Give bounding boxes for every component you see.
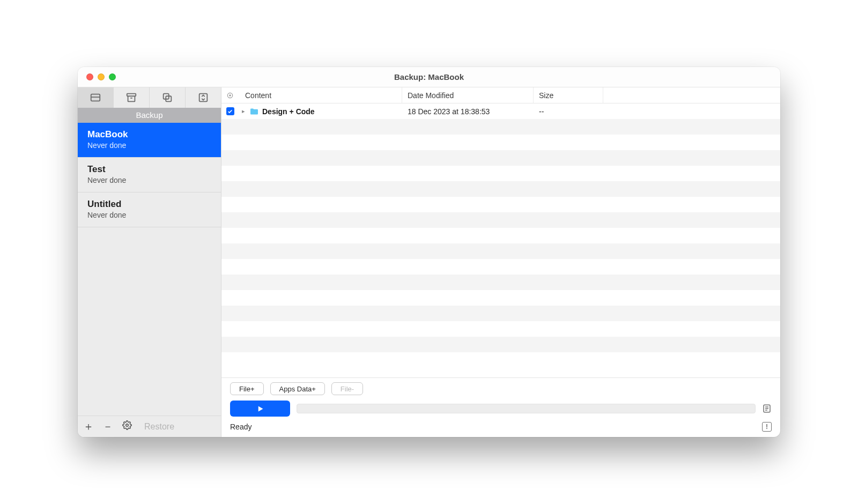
mode-tab-archive[interactable] <box>114 87 150 108</box>
window-title: Backup: MacBook <box>78 72 780 81</box>
backup-icon <box>90 92 101 103</box>
file-add-button[interactable]: File+ <box>230 382 264 395</box>
warnings-button[interactable]: ! <box>762 422 772 432</box>
close-window-button[interactable] <box>86 73 93 80</box>
header-size[interactable]: Size <box>534 87 603 103</box>
task-name: Test <box>87 164 211 175</box>
archive-icon <box>125 92 137 103</box>
file-table-body: ▸ Design + Code 18 Dec 2023 at 18:38:53 … <box>221 103 780 377</box>
row-modified: 18 Dec 2023 at 18:38:53 <box>402 107 534 116</box>
task-status: Never done <box>87 176 211 184</box>
task-name: MacBook <box>87 129 211 140</box>
task-name: Untitled <box>87 199 211 210</box>
run-button[interactable] <box>230 401 290 417</box>
sidebar-footer: ＋ － Restore <box>78 416 221 437</box>
disclosure-triangle[interactable]: ▸ <box>241 108 246 115</box>
task-status: Never done <box>87 141 211 150</box>
mode-tab-backup[interactable] <box>78 87 114 108</box>
main-panel: Content Date Modified Size ▸ <box>221 87 780 437</box>
minimize-window-button[interactable] <box>98 73 105 80</box>
log-icon[interactable] <box>762 404 772 413</box>
gear-icon <box>122 420 132 430</box>
file-table-header: Content Date Modified Size <box>221 87 780 103</box>
task-item-test[interactable]: Test Never done <box>78 158 221 192</box>
row-size: -- <box>534 107 603 116</box>
add-task-button[interactable]: ＋ <box>83 419 94 434</box>
status-text: Ready <box>230 423 252 431</box>
svg-point-7 <box>230 94 231 95</box>
row-checkbox[interactable] <box>226 107 234 115</box>
progress-bar <box>297 404 756 413</box>
clone-icon <box>161 92 173 103</box>
folder-icon <box>249 108 259 115</box>
remove-task-button[interactable]: － <box>102 419 113 434</box>
restore-button[interactable]: Restore <box>144 422 174 432</box>
zoom-window-button[interactable] <box>109 73 116 80</box>
action-bar: File+ Apps Data+ File- Re <box>221 377 780 437</box>
check-icon <box>227 109 233 114</box>
svg-rect-1 <box>127 94 136 97</box>
header-modified[interactable]: Date Modified <box>402 87 534 103</box>
settings-button[interactable] <box>122 420 132 433</box>
mode-tabs <box>78 87 221 108</box>
task-list: MacBook Never done Test Never done Untit… <box>78 123 221 416</box>
header-target-column[interactable] <box>221 92 239 99</box>
svg-point-5 <box>126 424 129 427</box>
task-item-untitled[interactable]: Untitled Never done <box>78 192 221 227</box>
header-content[interactable]: Content <box>239 87 402 103</box>
target-icon <box>226 92 234 99</box>
play-icon <box>256 405 264 413</box>
mode-tab-clone[interactable] <box>150 87 186 108</box>
file-remove-button: File- <box>331 382 363 395</box>
titlebar: Backup: MacBook <box>78 67 780 87</box>
mode-header: Backup <box>78 108 221 123</box>
row-name: Design + Code <box>262 107 315 116</box>
table-row[interactable]: ▸ Design + Code 18 Dec 2023 at 18:38:53 … <box>221 103 780 119</box>
sync-icon <box>197 92 209 103</box>
apps-data-add-button[interactable]: Apps Data+ <box>270 382 325 395</box>
task-item-macbook[interactable]: MacBook Never done <box>78 123 221 158</box>
task-status: Never done <box>87 211 211 219</box>
app-window: Backup: MacBook <box>78 67 780 437</box>
sidebar: Backup MacBook Never done Test Never don… <box>78 87 221 437</box>
mode-tab-sync[interactable] <box>186 87 221 108</box>
